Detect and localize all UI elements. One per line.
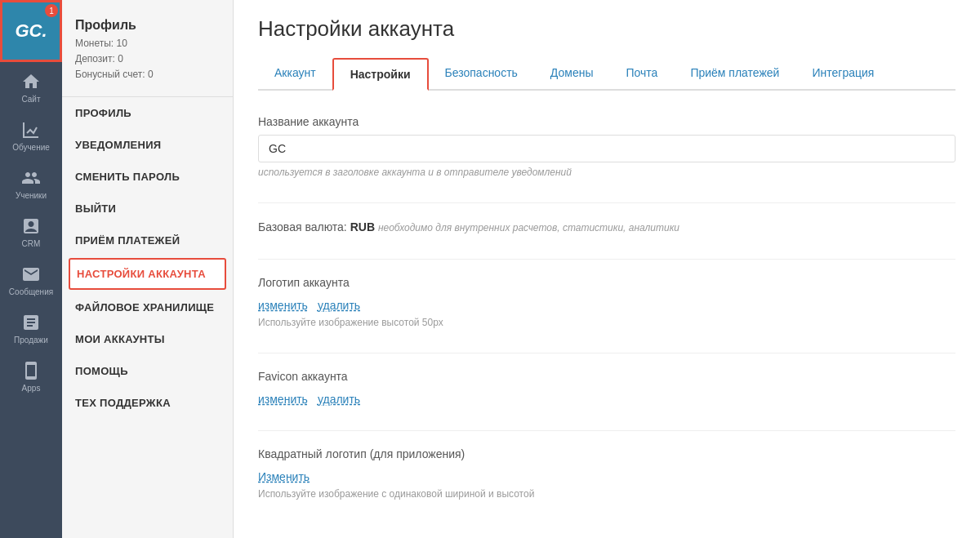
profile-deposit: Депозит: 0	[75, 51, 220, 67]
favicon-change-link[interactable]: изменить	[258, 393, 308, 406]
nav-label-crm: CRM	[22, 239, 41, 248]
tab-mail[interactable]: Почта	[610, 58, 675, 91]
menu-item-tech_support[interactable]: ТЕХ ПОДДЕРЖКА	[62, 387, 233, 419]
menu-item-help[interactable]: ПОМОЩЬ	[62, 355, 233, 387]
tab-integration[interactable]: Интеграция	[795, 58, 890, 91]
tab-domains[interactable]: Домены	[534, 58, 610, 91]
square-logo-hint: Используйте изображение с одинаковой шир…	[258, 488, 956, 500]
nav-label-apps: Apps	[22, 384, 41, 393]
currency-section: Базовая валюта: RUB необходимо для внутр…	[258, 220, 956, 234]
account-name-input[interactable]	[258, 135, 956, 162]
tabs: АккаунтНастройкиБезопасностьДоменыПочтаП…	[258, 58, 956, 91]
logo-hint: Используйте изображение высотой 50px	[258, 317, 956, 328]
logo-text: GC.	[15, 20, 47, 42]
menu-item-notifications[interactable]: УВЕДОМЛЕНИЯ	[62, 129, 233, 161]
favicon-section: Favicon аккаунта изменить удалить	[258, 370, 956, 406]
currency-value: RUB	[350, 220, 375, 233]
square-logo-change-link[interactable]: Изменить	[258, 470, 310, 483]
main-content: Настройки аккаунта АккаунтНастройкиБезоп…	[234, 0, 980, 538]
nav-item-site[interactable]: Сайт	[0, 62, 62, 110]
menu-item-change_password[interactable]: СМЕНИТЬ ПАРОЛЬ	[62, 161, 233, 193]
currency-label: Базовая валюта: RUB необходимо для внутр…	[258, 220, 679, 233]
menu-item-account_settings[interactable]: НАСТРОЙКИ АККАУНТА	[69, 258, 226, 290]
sales-icon	[21, 313, 41, 332]
favicon-label: Favicon аккаунта	[258, 370, 956, 383]
account-name-section: Название аккаунта используется в заголов…	[258, 115, 956, 178]
app-logo[interactable]: GC. 1	[0, 0, 62, 62]
nav-label-sales: Продажи	[14, 336, 48, 345]
tab-payment_acceptance[interactable]: Приём платежей	[674, 58, 795, 91]
logo-badge: 1	[45, 4, 58, 17]
tab-security[interactable]: Безопасность	[429, 58, 534, 91]
logo-actions: изменить удалить	[258, 299, 956, 312]
logo-change-link[interactable]: изменить	[258, 299, 308, 312]
students-icon	[21, 168, 41, 188]
menu-item-file_storage[interactable]: ФАЙЛОВОЕ ХРАНИЛИЩЕ	[62, 291, 233, 323]
account-name-hint: используется в заголовке аккаунта и в от…	[258, 167, 956, 178]
apps-icon	[21, 361, 41, 380]
tab-account[interactable]: Аккаунт	[258, 58, 332, 91]
logo-section: Логотип аккаунта изменить удалить Исполь…	[258, 276, 956, 328]
home-icon	[21, 72, 41, 91]
nav-item-crm[interactable]: CRM	[0, 207, 62, 255]
square-logo-section: Квадратный логотип (для приложения) Изме…	[258, 447, 956, 500]
profile-coins: Монеты: 10	[75, 36, 220, 51]
account-name-label: Название аккаунта	[258, 115, 956, 128]
profile-info: Профиль Монеты: 10 Депозит: 0 Бонусный с…	[62, 8, 233, 97]
nav-item-apps[interactable]: Apps	[0, 351, 62, 399]
messages-icon	[21, 265, 41, 284]
square-logo-actions: Изменить	[258, 470, 956, 483]
menu-item-logout[interactable]: ВЫЙТИ	[62, 193, 233, 225]
favicon-delete-link[interactable]: удалить	[318, 393, 360, 406]
nav-label-messages: Сообщения	[9, 287, 53, 296]
crm-icon	[21, 216, 41, 236]
nav-item-messages[interactable]: Сообщения	[0, 255, 62, 303]
nav-item-sales[interactable]: Продажи	[0, 303, 62, 351]
currency-note: необходимо для внутренних расчетов, стат…	[378, 222, 679, 233]
square-logo-label: Квадратный логотип (для приложения)	[258, 447, 956, 460]
nav-label-site: Сайт	[21, 95, 40, 104]
profile-name: Профиль	[75, 18, 220, 33]
nav-label-students: Ученики	[16, 191, 47, 200]
profile-bonus: Бонусный счет: 0	[75, 67, 220, 82]
nav-item-students[interactable]: Ученики	[0, 158, 62, 207]
nav-label-learning: Обучение	[12, 143, 50, 152]
tab-settings[interactable]: Настройки	[332, 58, 429, 91]
side-menu: Профиль Монеты: 10 Депозит: 0 Бонусный с…	[62, 0, 234, 538]
menu-item-payments[interactable]: ПРИЁМ ПЛАТЕЖЕЙ	[62, 225, 233, 256]
menu-item-my_accounts[interactable]: МОИ АККАУНТЫ	[62, 323, 233, 355]
menu-item-profile[interactable]: ПРОФИЛЬ	[62, 97, 233, 129]
logo-delete-link[interactable]: удалить	[318, 299, 360, 312]
page-title: Настройки аккаунта	[258, 16, 956, 42]
nav-item-learning[interactable]: Обучение	[0, 110, 62, 158]
favicon-actions: изменить удалить	[258, 393, 956, 406]
chart-icon	[21, 120, 41, 140]
icon-nav: GC. 1 Сайт Обучение Ученики CRM Сообщени…	[0, 0, 62, 538]
logo-label: Логотип аккаунта	[258, 276, 956, 289]
menu-items-container: ПРОФИЛЬУВЕДОМЛЕНИЯСМЕНИТЬ ПАРОЛЬВЫЙТИПРИ…	[62, 97, 233, 419]
